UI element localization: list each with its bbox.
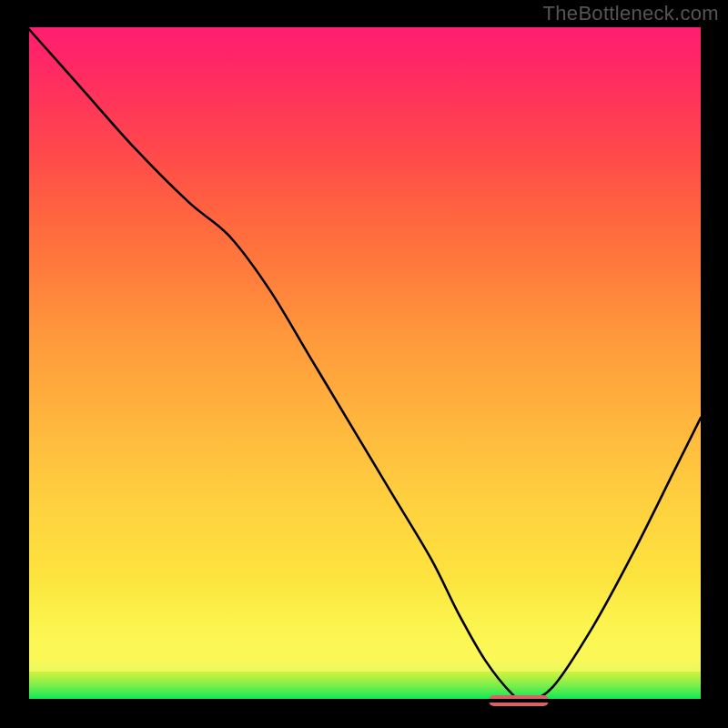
bottleneck-curve	[27, 27, 701, 701]
y-axis	[25, 25, 29, 703]
chart-stage: TheBottleneck.com	[0, 0, 728, 728]
plot-area	[27, 27, 701, 701]
watermark-text: TheBottleneck.com	[543, 2, 719, 25]
x-axis	[25, 699, 703, 703]
